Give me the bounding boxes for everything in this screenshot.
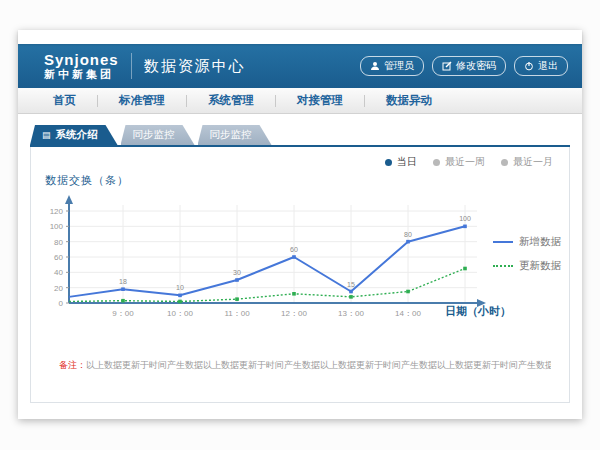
screen: Synjones 新中新集团 数据资源中心 管理员 修改密码 bbox=[0, 0, 600, 450]
legend-item-new-data[interactable]: 新增数据 bbox=[493, 235, 561, 249]
svg-text:20: 20 bbox=[54, 284, 63, 293]
tab-0[interactable]: ▤系统介绍 bbox=[30, 125, 118, 145]
edit-icon bbox=[442, 61, 452, 71]
svg-text:15: 15 bbox=[347, 281, 355, 288]
nav-item-3[interactable]: 对接管理 bbox=[276, 93, 364, 108]
nav-item-2[interactable]: 系统管理 bbox=[187, 93, 275, 108]
change-password-label: 修改密码 bbox=[456, 59, 496, 73]
nav-item-4[interactable]: 数据异动 bbox=[365, 93, 453, 108]
radio-today-label: 当日 bbox=[397, 155, 417, 169]
logout-label: 退出 bbox=[538, 59, 558, 73]
legend-label-0: 新增数据 bbox=[519, 235, 561, 249]
tab-icon: ▤ bbox=[42, 131, 51, 140]
radio-dot bbox=[433, 159, 440, 166]
svg-text:13：00: 13：00 bbox=[338, 309, 364, 318]
svg-text:80: 80 bbox=[54, 238, 63, 247]
svg-text:12：00: 12：00 bbox=[281, 309, 307, 318]
footnote: 备注：以上数据更新于时间产生数据以上数据更新于时间产生数据以上数据更新于时间产生… bbox=[59, 359, 551, 372]
user-icon bbox=[370, 61, 380, 71]
nav-item-1[interactable]: 标准管理 bbox=[98, 93, 186, 108]
content-panel: 当日 最近一周 最近一月 数据交换（条） 0204060801001209：00… bbox=[30, 147, 570, 403]
admin-button[interactable]: 管理员 bbox=[360, 56, 424, 76]
radio-today[interactable]: 当日 bbox=[385, 155, 417, 169]
y-axis-title: 数据交换（条） bbox=[45, 173, 129, 188]
legend-swatch-1 bbox=[493, 265, 513, 267]
svg-text:14：00: 14：00 bbox=[395, 309, 421, 318]
svg-text:10：00: 10：00 bbox=[167, 309, 193, 318]
footnote-text: 以上数据更新于时间产生数据以上数据更新于时间产生数据以上数据更新于时间产生数据以… bbox=[86, 360, 551, 370]
radio-dot bbox=[385, 159, 392, 166]
svg-text:40: 40 bbox=[54, 268, 63, 277]
svg-text:30: 30 bbox=[233, 269, 241, 276]
app-title: 数据资源中心 bbox=[144, 57, 246, 76]
svg-text:80: 80 bbox=[404, 231, 412, 238]
app-header: Synjones 新中新集团 数据资源中心 管理员 修改密码 bbox=[18, 44, 582, 88]
svg-text:11：00: 11：00 bbox=[224, 309, 250, 318]
radio-last-month-label: 最近一月 bbox=[513, 155, 553, 169]
power-icon bbox=[524, 61, 534, 71]
chart-legend: 新增数据 更新数据 bbox=[493, 235, 561, 273]
svg-text:0: 0 bbox=[59, 299, 64, 308]
tab-label: 系统介绍 bbox=[56, 128, 98, 142]
radio-last-week[interactable]: 最近一周 bbox=[433, 155, 485, 169]
logo-text: Synjones bbox=[44, 52, 119, 67]
footnote-label: 备注： bbox=[59, 360, 86, 370]
tab-1[interactable]: 同步监控 bbox=[121, 125, 195, 145]
nav-item-0[interactable]: 首页 bbox=[32, 93, 97, 108]
app-window: Synjones 新中新集团 数据资源中心 管理员 修改密码 bbox=[18, 30, 582, 419]
legend-item-update-data[interactable]: 更新数据 bbox=[493, 259, 561, 273]
x-axis-title: 日期（小时） bbox=[445, 304, 511, 319]
svg-text:60: 60 bbox=[54, 253, 63, 262]
radio-last-month[interactable]: 最近一月 bbox=[501, 155, 553, 169]
tab-2[interactable]: 同步监控 bbox=[198, 125, 272, 145]
legend-label-1: 更新数据 bbox=[519, 259, 561, 273]
radio-last-week-label: 最近一周 bbox=[445, 155, 485, 169]
logo-subtext: 新中新集团 bbox=[44, 69, 119, 80]
svg-text:60: 60 bbox=[290, 246, 298, 253]
tab-bar: ▤系统介绍同步监控同步监控 bbox=[30, 125, 272, 145]
brand-logo: Synjones 新中新集团 bbox=[44, 52, 119, 80]
tab-label: 同步监控 bbox=[210, 128, 252, 142]
header-divider bbox=[131, 53, 132, 79]
logout-button[interactable]: 退出 bbox=[514, 56, 568, 76]
svg-text:100: 100 bbox=[459, 215, 471, 222]
legend-swatch-0 bbox=[493, 241, 513, 243]
svg-text:10: 10 bbox=[176, 284, 184, 291]
page-top-strip bbox=[18, 30, 582, 44]
svg-text:18: 18 bbox=[119, 278, 127, 285]
range-radio-group: 当日 最近一周 最近一月 bbox=[385, 155, 553, 169]
svg-text:120: 120 bbox=[50, 207, 64, 216]
svg-text:100: 100 bbox=[50, 222, 64, 231]
svg-text:9：00: 9：00 bbox=[112, 309, 134, 318]
change-password-button[interactable]: 修改密码 bbox=[432, 56, 506, 76]
tab-label: 同步监控 bbox=[133, 128, 175, 142]
admin-button-label: 管理员 bbox=[384, 59, 414, 73]
main-nav: 首页标准管理系统管理对接管理数据异动 bbox=[18, 88, 582, 114]
user-bar: 管理员 修改密码 退出 bbox=[360, 56, 568, 76]
radio-dot bbox=[501, 159, 508, 166]
line-chart: 0204060801001209：0010：0011：0012：0013：001… bbox=[41, 191, 501, 329]
